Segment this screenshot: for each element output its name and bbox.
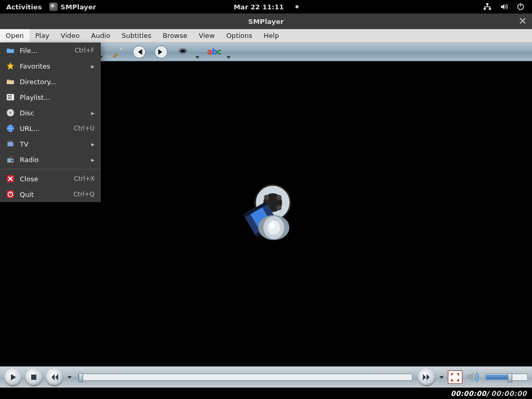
svg-rect-0	[486, 3, 488, 5]
svg-point-36	[276, 195, 282, 200]
menu-subtitles[interactable]: Subtitles	[116, 29, 157, 42]
window-close-button[interactable]	[518, 17, 527, 25]
seek-slider[interactable]	[78, 374, 413, 381]
toolbar-subtitles-dropdown[interactable]	[227, 56, 231, 59]
globe-icon	[6, 124, 15, 132]
open-tv-item[interactable]: TV ▸	[0, 136, 101, 152]
submenu-arrow-icon: ▸	[91, 62, 95, 70]
svg-point-18	[180, 49, 185, 52]
toolbar-preferences-button[interactable]	[110, 45, 125, 59]
menu-play[interactable]: Play	[30, 29, 55, 42]
mute-button[interactable]	[466, 370, 481, 384]
window-titlebar: SMPlayer	[0, 14, 532, 29]
svg-rect-22	[8, 98, 12, 99]
rewind-button[interactable]	[46, 368, 63, 386]
play-button[interactable]	[4, 368, 22, 386]
folder-icon	[6, 46, 15, 55]
svg-rect-4	[520, 4, 521, 7]
svg-rect-1	[484, 8, 486, 10]
folder-icon	[6, 77, 15, 86]
active-app-indicator[interactable]: SMPlayer	[49, 3, 96, 11]
power-icon	[6, 190, 15, 198]
toolbar-next-button[interactable]	[154, 45, 168, 59]
activities-button[interactable]: Activities	[6, 3, 42, 11]
menu-open[interactable]: Open	[0, 29, 30, 42]
volume-icon[interactable]	[500, 3, 508, 11]
open-directory-item[interactable]: Directory...	[0, 74, 101, 89]
forward-button[interactable]	[418, 368, 435, 386]
svg-rect-49	[31, 375, 36, 380]
rewind-menu-dropdown[interactable]	[68, 376, 72, 379]
forward-menu-dropdown[interactable]	[440, 376, 444, 379]
open-file-item[interactable]: File... Ctrl+F	[0, 43, 101, 58]
svg-rect-2	[489, 8, 491, 10]
toolbar-aspect-dropdown[interactable]	[195, 56, 200, 59]
gnome-topbar: Activities SMPlayer Mar 22 11:11	[0, 0, 532, 14]
svg-rect-21	[8, 97, 12, 98]
menubar: Open Play Video Audio Subtitles Browse V…	[0, 29, 532, 43]
playlist-icon	[6, 93, 15, 101]
open-menu-dropdown: File... Ctrl+F Favorites ▸ Directory... …	[0, 43, 101, 202]
disc-icon	[6, 109, 15, 117]
network-icon[interactable]	[483, 3, 491, 11]
menu-browse[interactable]: Browse	[157, 29, 193, 42]
open-quit-item[interactable]: Quit Ctrl+Q	[0, 187, 101, 202]
power-icon[interactable]	[516, 3, 525, 11]
open-playlist-item[interactable]: Playlist...	[0, 89, 101, 105]
menu-options[interactable]: Options	[220, 29, 258, 42]
seek-thumb[interactable]	[78, 373, 83, 382]
menu-help[interactable]: Help	[258, 29, 285, 42]
time-separator: /	[486, 390, 489, 397]
active-app-name: SMPlayer	[61, 3, 96, 11]
volume-fill	[485, 375, 509, 380]
open-url-item[interactable]: URL... Ctrl+U	[0, 121, 101, 136]
open-radio-item[interactable]: Radio ▸	[0, 152, 101, 167]
svg-point-28	[11, 159, 13, 162]
toolbar-aspect-button[interactable]	[176, 45, 190, 59]
time-display: 00:00:00 / 00:00:00	[0, 388, 532, 399]
svg-rect-26	[7, 142, 14, 147]
open-disc-item[interactable]: Disc ▸	[0, 105, 101, 121]
svg-point-24	[9, 112, 11, 114]
submenu-arrow-icon: ▸	[91, 140, 95, 148]
window-title: SMPlayer	[248, 18, 284, 25]
open-favorites-item[interactable]: Favorites ▸	[0, 58, 101, 74]
open-close-item[interactable]: Close Ctrl+X	[0, 171, 101, 187]
volume-slider[interactable]	[484, 374, 528, 381]
tv-icon	[6, 140, 15, 148]
clock[interactable]: Mar 22 11:11	[234, 3, 299, 11]
radio-icon	[6, 155, 15, 164]
notification-dot-icon	[295, 5, 298, 8]
svg-point-35	[264, 195, 269, 200]
svg-point-14	[119, 47, 122, 49]
toolbar-prev-button[interactable]	[132, 45, 147, 59]
smplayer-icon	[49, 3, 58, 11]
stop-button[interactable]	[25, 368, 43, 386]
volume-thumb[interactable]	[508, 373, 512, 382]
time-position: 00:00:00	[450, 390, 486, 397]
smplayer-logo-icon	[232, 183, 300, 245]
fullscreen-button[interactable]	[448, 370, 462, 384]
menu-separator	[0, 169, 101, 169]
close-icon	[6, 175, 15, 183]
star-icon	[6, 62, 15, 70]
svg-rect-20	[8, 95, 12, 96]
time-duration: 00:00:00	[491, 390, 527, 397]
toolbar-subtitles-button[interactable]: abc	[207, 45, 221, 59]
submenu-arrow-icon: ▸	[91, 109, 95, 117]
playback-controls	[0, 366, 532, 388]
svg-point-38	[276, 205, 282, 210]
svg-point-48	[270, 222, 275, 229]
menu-view[interactable]: View	[193, 29, 221, 42]
menu-video[interactable]: Video	[55, 29, 85, 42]
menu-audio[interactable]: Audio	[85, 29, 116, 42]
svg-rect-32	[10, 192, 10, 194]
submenu-arrow-icon: ▸	[91, 156, 95, 164]
